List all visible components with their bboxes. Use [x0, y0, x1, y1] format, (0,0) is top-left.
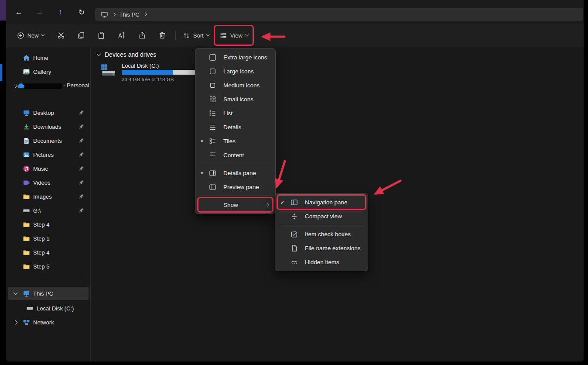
large-icons-icon	[207, 68, 218, 75]
group-header-label: Devices and drives	[105, 51, 156, 58]
hidden-items-icon	[288, 258, 300, 266]
menu-item-preview-pane[interactable]: Preview pane	[197, 180, 273, 194]
menu-item-small-icons[interactable]: Small icons	[197, 92, 273, 106]
menu-item-details-pane[interactable]: Details pane	[197, 166, 273, 180]
check-icon: ✓	[277, 199, 288, 206]
sidebar-item-videos[interactable]: Videos	[8, 176, 89, 189]
sidebar-item-step4b[interactable]: Step 4	[8, 246, 89, 259]
menu-item-details[interactable]: Details	[197, 120, 273, 134]
file-explorer-window: ← → ↑ ↻ This PC New	[6, 0, 584, 362]
sidebar-item-music[interactable]: Music	[8, 162, 89, 175]
sidebar-item-pictures[interactable]: Pictures	[8, 148, 89, 161]
view-button[interactable]: View	[217, 28, 250, 43]
view-button-label: View	[230, 32, 243, 39]
menu-item-label: Medium icons	[223, 82, 260, 89]
up-button[interactable]: ↑	[53, 5, 68, 20]
selection-bullet	[197, 172, 207, 174]
menu-item-show[interactable]: Show	[197, 198, 273, 212]
sidebar-item-step1[interactable]: Step 1	[8, 232, 89, 245]
sidebar-item-step4[interactable]: Step 4	[8, 218, 89, 231]
menu-item-large-icons[interactable]: Large icons	[197, 64, 273, 78]
sidebar-item-images[interactable]: Images	[8, 190, 89, 203]
pin-icon	[79, 110, 84, 115]
sidebar-item-label: Step 5	[33, 263, 50, 270]
sidebar-item-documents[interactable]: Documents	[8, 134, 89, 147]
menu-item-label: List	[223, 110, 232, 117]
back-button[interactable]: ←	[11, 5, 26, 20]
file-name-extensions-icon	[288, 244, 300, 252]
copy-icon	[77, 31, 85, 39]
menu-item-extra-large-icons[interactable]: Extra large icons	[197, 50, 273, 64]
share-button[interactable]	[133, 28, 152, 43]
refresh-button[interactable]: ↻	[74, 5, 89, 20]
this-pc-icon	[23, 290, 33, 297]
pin-icon	[79, 207, 84, 213]
new-button-label: New	[27, 32, 39, 39]
sidebar-item-downloads[interactable]: Downloads	[8, 120, 89, 133]
sidebar-item-label: Downloads	[33, 124, 61, 130]
onedrive-cloud-icon	[17, 82, 24, 90]
menu-item-label: Content	[223, 152, 244, 158]
local-disk-c-tile[interactable]: Local Disk (C:) 33.4 GB free of 118 GB	[100, 62, 205, 84]
up-icon: ↑	[59, 8, 63, 17]
submenu-item-item-check-boxes[interactable]: Item check boxes	[277, 227, 366, 241]
sidebar-item-home[interactable]: Home	[8, 51, 89, 64]
rename-button[interactable]	[112, 28, 131, 43]
menu-item-label: Large icons	[223, 68, 254, 75]
forward-button[interactable]: →	[32, 5, 47, 20]
sidebar-item-g-drive[interactable]: G:\	[8, 204, 89, 217]
copy-button[interactable]	[72, 28, 91, 43]
pin-icon	[79, 138, 84, 143]
sidebar-item-this-pc[interactable]: This PC	[8, 287, 89, 300]
sidebar-item-label: Step 4	[33, 221, 50, 228]
menu-item-content[interactable]: Content	[197, 148, 273, 162]
sidebar-item-step5[interactable]: Step 5	[8, 260, 89, 273]
details-pane-icon	[207, 169, 218, 177]
details-icon	[207, 124, 218, 131]
expander-chevron[interactable]	[14, 293, 23, 294]
cut-button[interactable]	[51, 28, 71, 43]
submenu-item-compact-view[interactable]: Compact view	[277, 209, 366, 223]
group-header-devices-and-drives[interactable]: Devices and drives	[97, 51, 156, 58]
sidebar-item-network[interactable]: Network	[8, 316, 89, 329]
expander-chevron[interactable]	[14, 84, 17, 87]
submenu-item-navigation-pane[interactable]: ✓ Navigation pane	[277, 195, 366, 209]
forward-icon: →	[36, 8, 44, 17]
breadcrumb-this-pc[interactable]: This PC	[120, 11, 140, 18]
menu-item-label: File name extensions	[305, 245, 361, 251]
menu-item-label: Preview pane	[223, 184, 259, 190]
sidebar-item-label: Pictures	[33, 152, 54, 158]
menu-item-label: Navigation pane	[305, 199, 348, 206]
sidebar-item-label: Documents	[33, 138, 62, 144]
sidebar-item-label: This PC	[33, 290, 53, 297]
menu-item-list[interactable]: List	[197, 106, 273, 120]
sort-button[interactable]: Sort	[180, 28, 212, 43]
address-bar[interactable]: This PC	[95, 8, 583, 21]
drive-capacity-bar	[122, 70, 195, 75]
menu-item-tiles[interactable]: Tiles	[197, 134, 273, 148]
pin-icon	[79, 165, 84, 171]
paste-button[interactable]	[92, 28, 111, 43]
drive-capacity-text: 33.4 GB free of 118 GB	[122, 77, 174, 82]
submenu-item-file-name-extensions[interactable]: File name extensions	[277, 241, 366, 255]
pin-icon	[79, 124, 84, 129]
sidebar-item-onedrive[interactable]: - Personal	[8, 79, 89, 92]
new-button[interactable]: New	[12, 28, 49, 43]
new-plus-icon	[17, 32, 24, 39]
background-accent-side	[0, 64, 2, 81]
sidebar-item-gallery[interactable]: Gallery	[8, 65, 89, 78]
expander-chevron[interactable]	[14, 321, 23, 324]
toolbar-divider	[49, 31, 49, 40]
delete-button[interactable]	[153, 28, 172, 43]
back-icon: ←	[15, 8, 23, 17]
sidebar-item-local-disk-c[interactable]: Local Disk (C:)	[8, 302, 89, 315]
compact-view-icon	[288, 213, 300, 220]
folder-icon	[23, 193, 33, 200]
gallery-icon	[23, 68, 33, 76]
chevron-right-icon	[112, 13, 116, 16]
sidebar-item-desktop[interactable]: Desktop	[8, 106, 89, 119]
menu-item-medium-icons[interactable]: Medium icons	[197, 78, 273, 92]
toolbar-divider	[175, 31, 176, 40]
submenu-item-hidden-items[interactable]: Hidden items	[277, 255, 366, 269]
sidebar-item-label: Home	[33, 55, 48, 61]
